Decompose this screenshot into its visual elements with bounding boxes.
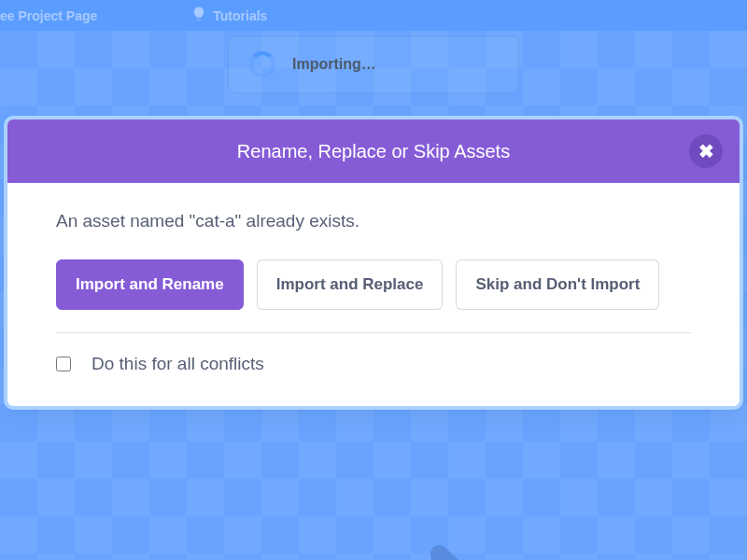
modal-header: Rename, Replace or Skip Assets ✖ bbox=[7, 119, 740, 183]
conflict-message: An asset named "cat-a" already exists. bbox=[56, 211, 691, 231]
do-for-all-checkbox[interactable] bbox=[56, 357, 71, 371]
spinner-icon bbox=[249, 51, 275, 77]
import-and-rename-button[interactable]: Import and Rename bbox=[56, 259, 244, 310]
do-for-all-label: Do this for all conflicts bbox=[92, 354, 264, 374]
skip-and-dont-import-button[interactable]: Skip and Don't Import bbox=[456, 259, 659, 310]
modal-title: Rename, Replace or Skip Assets bbox=[237, 141, 510, 162]
action-button-row: Import and Rename Import and Replace Ski… bbox=[56, 259, 691, 310]
importing-label: Importing… bbox=[292, 56, 376, 73]
divider bbox=[56, 332, 691, 333]
close-icon: ✖ bbox=[698, 140, 714, 162]
rename-replace-skip-modal: Rename, Replace or Skip Assets ✖ An asse… bbox=[4, 116, 743, 410]
importing-toast: Importing… bbox=[228, 35, 519, 93]
modal-body: An asset named "cat-a" already exists. I… bbox=[7, 183, 740, 406]
import-and-replace-button[interactable]: Import and Replace bbox=[257, 259, 444, 310]
close-button[interactable]: ✖ bbox=[689, 134, 723, 168]
do-for-all-row[interactable]: Do this for all conflicts bbox=[56, 354, 691, 374]
